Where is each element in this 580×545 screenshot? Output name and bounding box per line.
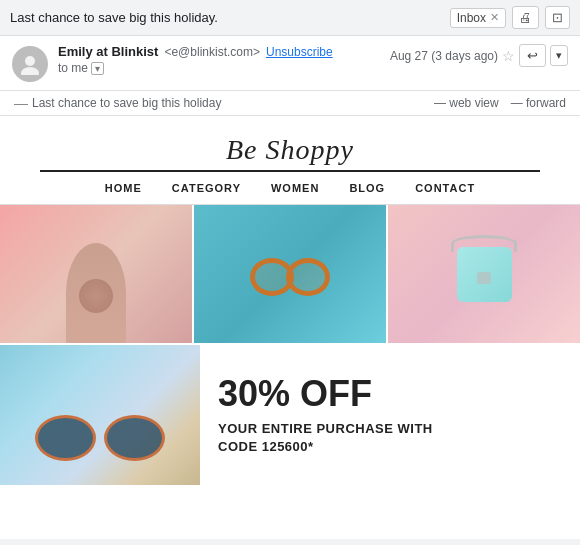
nav-category[interactable]: CATEGORY bbox=[172, 182, 241, 194]
brand-header: Be Shoppy bbox=[40, 116, 540, 172]
svg-point-1 bbox=[21, 67, 39, 75]
top-bar-actions: Inbox ✕ 🖨 ⊡ bbox=[450, 6, 570, 29]
woman-image bbox=[0, 205, 192, 343]
more-actions-button[interactable]: ▾ bbox=[550, 45, 568, 66]
recipient-dropdown[interactable]: ▾ bbox=[91, 62, 104, 75]
preview-right: — web view — forward bbox=[434, 96, 566, 110]
promo-discount: 30% OFF bbox=[218, 374, 564, 414]
web-view-dash: — bbox=[434, 96, 449, 110]
bag-image bbox=[388, 205, 580, 343]
sunglasses-image bbox=[0, 345, 200, 485]
print-button[interactable]: 🖨 bbox=[512, 6, 539, 29]
to-me-text: to me bbox=[58, 61, 88, 75]
bottom-section: 30% OFF YOUR ENTIRE PURCHASE WITH CODE 1… bbox=[0, 345, 580, 485]
email-meta: Emily at Blinkist <e@blinkist.com> Unsub… bbox=[58, 44, 380, 75]
preview-dash: — bbox=[14, 95, 28, 111]
image-grid-top bbox=[0, 205, 580, 345]
preview-bar: — Last chance to save big this holiday —… bbox=[0, 91, 580, 116]
promo-section: 30% OFF YOUR ENTIRE PURCHASE WITH CODE 1… bbox=[202, 345, 580, 485]
promo-line2: CODE 125600* bbox=[218, 439, 314, 454]
forward-link[interactable]: — forward bbox=[511, 96, 566, 110]
star-icon[interactable]: ☆ bbox=[502, 48, 515, 64]
email-subject-title: Last chance to save big this holiday. bbox=[10, 10, 450, 25]
web-view-link[interactable]: — web view bbox=[434, 96, 499, 110]
close-inbox-icon[interactable]: ✕ bbox=[490, 11, 499, 24]
sunglasses-shape bbox=[35, 415, 165, 465]
promo-line1: YOUR ENTIRE PURCHASE WITH bbox=[218, 421, 433, 436]
sender-line: Emily at Blinkist <e@blinkist.com> Unsub… bbox=[58, 44, 380, 59]
svg-point-0 bbox=[25, 56, 35, 66]
sender-email: <e@blinkist.com> bbox=[164, 45, 260, 59]
nav-bar: HOME CATEGORY WOMEN BLOG CONTACT bbox=[0, 172, 580, 205]
email-content: Be Shoppy HOME CATEGORY WOMEN BLOG CONTA… bbox=[0, 116, 580, 539]
inbox-badge[interactable]: Inbox ✕ bbox=[450, 8, 506, 28]
promo-subtitle: YOUR ENTIRE PURCHASE WITH CODE 125600* bbox=[218, 420, 564, 456]
avatar bbox=[12, 46, 48, 82]
reply-button[interactable]: ↩ bbox=[519, 44, 546, 67]
preview-left: — Last chance to save big this holiday bbox=[14, 95, 221, 111]
expand-button[interactable]: ⊡ bbox=[545, 6, 570, 29]
bag-shape bbox=[457, 247, 512, 302]
unsubscribe-link[interactable]: Unsubscribe bbox=[266, 45, 333, 59]
top-bar: Last chance to save big this holiday. In… bbox=[0, 0, 580, 36]
brand-name: Be Shoppy bbox=[40, 134, 540, 166]
forward-dash: — bbox=[511, 96, 526, 110]
nav-blog[interactable]: BLOG bbox=[349, 182, 385, 194]
inbox-label: Inbox bbox=[457, 11, 486, 25]
nav-home[interactable]: HOME bbox=[105, 182, 142, 194]
nav-contact[interactable]: CONTACT bbox=[415, 182, 475, 194]
glasses-shape bbox=[250, 258, 330, 290]
sender-name: Emily at Blinkist bbox=[58, 44, 158, 59]
bag-heart bbox=[477, 272, 491, 284]
glasses-image bbox=[194, 205, 386, 343]
email-actions: Aug 27 (3 days ago) ☆ ↩ ▾ bbox=[390, 44, 568, 67]
nav-women[interactable]: WOMEN bbox=[271, 182, 319, 194]
email-date: Aug 27 (3 days ago) bbox=[390, 49, 498, 63]
preview-text: Last chance to save big this holiday bbox=[32, 96, 221, 110]
to-me-line: to me ▾ bbox=[58, 61, 380, 75]
email-header: Emily at Blinkist <e@blinkist.com> Unsub… bbox=[0, 36, 580, 91]
